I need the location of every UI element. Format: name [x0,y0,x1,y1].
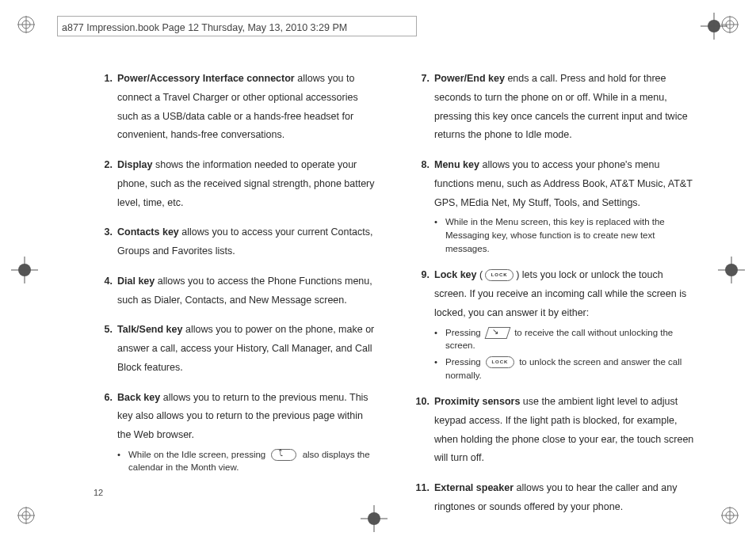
page-number: 12 [94,488,103,497]
item-sublist: Pressing to receive the call without unl… [434,326,696,382]
item-term: Dial key [117,276,155,287]
item-number: 2. [94,156,113,175]
item-term: Power/Accessory Interface connector [117,73,295,84]
page-content: 1.Power/Accessory Interface connector al… [94,70,696,497]
item-number: 3. [94,223,113,242]
item-number: 6. [94,389,113,408]
crop-mark-icon [11,257,38,283]
item-term: Proximity sensors [434,396,520,407]
feature-item: 2.Display shows the information needed t… [94,156,379,212]
feature-item: 4.Dial key allows you to access the Phon… [94,272,379,310]
item-sublist: While in the Menu screen, this key is re… [434,215,696,255]
item-subitem: Pressing LOCK to unlock the screen and a… [434,356,696,382]
item-subitem: While in the Menu screen, this key is re… [434,215,696,255]
item-body: allows you to access the Phone Functions… [117,276,372,306]
item-number: 1. [94,70,113,89]
feature-item: 11.External speaker allows you to hear t… [410,479,696,517]
feature-item: 8.Menu key allows you to access your pho… [410,156,696,255]
item-term: Talk/Send key [117,324,182,335]
back-key-icon [271,449,296,461]
item-number: 4. [94,272,113,291]
lock-key-icon: LOCK [485,269,514,281]
item-number: 7. [410,70,430,89]
feature-item: 7.Power/End key ends a call. Press and h… [410,70,696,145]
lock-key-icon: LOCK [486,356,514,368]
crop-mark-icon [718,257,745,283]
item-term: Display [117,159,152,170]
item-term: Lock key [434,269,477,280]
item-sublist: While on the Idle screen, pressing also … [117,448,379,474]
item-subitem: While on the Idle screen, pressing also … [117,448,379,474]
item-number: 9. [410,266,430,285]
item-number: 11. [410,479,430,498]
item-term: Menu key [434,159,479,170]
item-subitem: Pressing to receive the call without unl… [434,326,696,352]
feature-item: 9.Lock key (LOCK) lets you lock or unloc… [410,266,696,382]
item-number: 10. [410,393,430,412]
call-key-icon [485,327,511,339]
crop-mark-icon [701,13,727,40]
registration-mark-icon [721,507,739,524]
item-term: Power/End key [434,73,505,84]
registration-mark-icon [17,16,35,33]
feature-item: 1.Power/Accessory Interface connector al… [94,70,379,145]
feature-item: 3.Contacts key allows you to access your… [94,223,379,261]
page-header: a877 Impression.book Page 12 Thursday, M… [62,22,347,33]
feature-item: 6.Back key allows you to return to the p… [94,389,379,475]
item-number: 5. [94,321,113,340]
feature-list: 1.Power/Accessory Interface connector al… [94,70,696,517]
feature-item: 5.Talk/Send key allows you to power on t… [94,321,379,377]
feature-item: 10.Proximity sensors use the ambient lig… [410,393,696,468]
item-term: Contacts key [117,226,179,238]
registration-mark-icon [17,507,35,524]
item-number: 8. [410,156,430,175]
item-term: External speaker [434,482,514,493]
item-body: shows the information needed to operate … [117,159,375,208]
item-term: Back key [117,392,160,403]
